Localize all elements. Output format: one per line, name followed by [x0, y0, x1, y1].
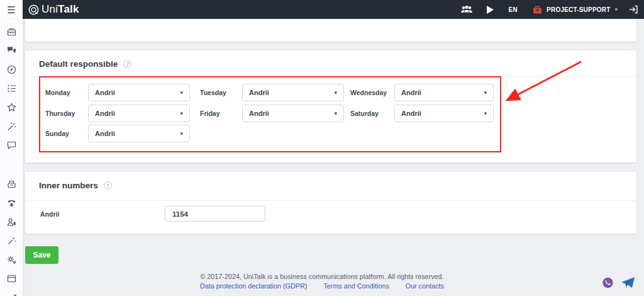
sidebar-item-magic-tools-icon[interactable] [0, 232, 23, 249]
responsible-select-monday[interactable]: Andrii▾ [88, 84, 190, 101]
help-icon[interactable]: ? [123, 60, 131, 68]
sidebar-item-list-icon[interactable] [0, 80, 23, 96]
sidebar-item-trending-arrow-icon[interactable] [0, 288, 23, 296]
responsible-select-thursday[interactable]: Andrii▾ [88, 105, 190, 122]
responsible-select-tuesday[interactable]: Andrii▾ [242, 84, 344, 101]
hamburger-icon: ☰ [7, 5, 15, 14]
responsible-select-saturday[interactable]: Andrii▾ [394, 105, 494, 122]
unitalk-logo-icon [28, 4, 40, 16]
save-button[interactable]: Save [25, 246, 58, 264]
telegram-icon[interactable] [621, 276, 635, 289]
default-responsible-card: Default responsible ? Monday Andrii▾ Tue… [25, 50, 636, 162]
sidebar-item-star-icon[interactable] [0, 99, 23, 115]
help-icon[interactable]: ? [104, 181, 112, 190]
viber-icon[interactable] [601, 276, 614, 290]
unitalk-logo[interactable]: UniTalk [28, 3, 79, 16]
chevron-down-icon: ▾ [334, 110, 337, 117]
day-label-friday: Friday [200, 105, 220, 122]
copyright-text: © 2017-2024, UniTalk is a business commu… [23, 273, 621, 280]
sidebar-item-fax-icon[interactable] [0, 176, 23, 192]
footer-link-gdpr[interactable]: Data protection declaration (GDPR) [200, 282, 307, 290]
inner-number-label: Andrii [40, 210, 59, 218]
play-icon[interactable] [487, 6, 494, 14]
chevron-down-icon: ▾ [484, 89, 487, 96]
sidebar-item-compass-icon[interactable] [0, 61, 23, 77]
chevron-down-icon: ▾ [484, 110, 487, 117]
divider [25, 76, 636, 77]
inner-numbers-card: Inner numbers ? Andrii [25, 172, 636, 234]
divider [25, 200, 636, 201]
day-label-sunday: Sunday [45, 125, 69, 142]
users-group-icon[interactable] [460, 6, 473, 14]
chevron-down-icon: ▾ [180, 110, 183, 117]
project-name: PROJECT-SUPPORT [547, 6, 610, 13]
sidebar-item-desk-phone-icon[interactable] [0, 195, 23, 211]
sidebar-item-gears-icon[interactable] [0, 251, 23, 268]
left-sidebar [0, 19, 23, 296]
logout-icon[interactable] [629, 5, 638, 14]
section-title-inner-numbers: Inner numbers ? [39, 181, 112, 190]
top-navbar: UniTalk EN PROJECT [23, 0, 644, 19]
app-root: UniTalk EN PROJECT [0, 0, 644, 296]
inner-number-input[interactable] [165, 206, 265, 222]
sidebar-item-briefcase-icon[interactable] [0, 23, 23, 40]
sidebar-item-comment-icon[interactable] [0, 137, 23, 153]
day-label-tuesday: Tuesday [200, 84, 226, 101]
scrolled-card-bottom [25, 19, 636, 42]
footer-link-contacts[interactable]: Our contacts [406, 282, 444, 290]
section-title-default-responsible: Default responsible ? [39, 59, 131, 69]
responsible-select-friday[interactable]: Andrii▾ [242, 105, 344, 122]
language-selector[interactable]: EN [509, 6, 518, 13]
page-footer: © 2017-2024, UniTalk is a business commu… [23, 273, 621, 290]
responsible-select-wednesday[interactable]: Andrii▾ [394, 84, 494, 101]
chevron-down-icon: ▾ [334, 89, 337, 96]
briefcase-red-icon [533, 6, 542, 14]
day-label-wednesday: Wednesday [350, 84, 387, 101]
chevron-down-icon: ▾ [614, 6, 618, 13]
day-label-monday: Monday [45, 84, 70, 101]
chevron-down-icon: ▾ [180, 89, 183, 96]
logo-text-uni: Uni [42, 3, 58, 16]
footer-link-terms[interactable]: Terms and Conditions [323, 282, 389, 290]
day-label-saturday: Saturday [350, 105, 379, 122]
sidebar-item-agent-icon[interactable] [0, 213, 23, 230]
sidebar-item-window-icon[interactable] [0, 270, 23, 287]
responsible-select-sunday[interactable]: Andrii▾ [88, 125, 190, 142]
sidebar-item-chat-bubbles-icon[interactable] [0, 42, 23, 59]
sidebar-toggle[interactable]: ☰ [0, 0, 23, 19]
logo-text-talk: Talk [58, 3, 79, 16]
day-label-thursday: Thursday [45, 105, 75, 122]
chevron-down-icon: ▾ [180, 130, 183, 137]
project-selector[interactable]: PROJECT-SUPPORT ▾ [533, 6, 618, 14]
sidebar-item-magic-wand-icon[interactable] [0, 118, 23, 134]
